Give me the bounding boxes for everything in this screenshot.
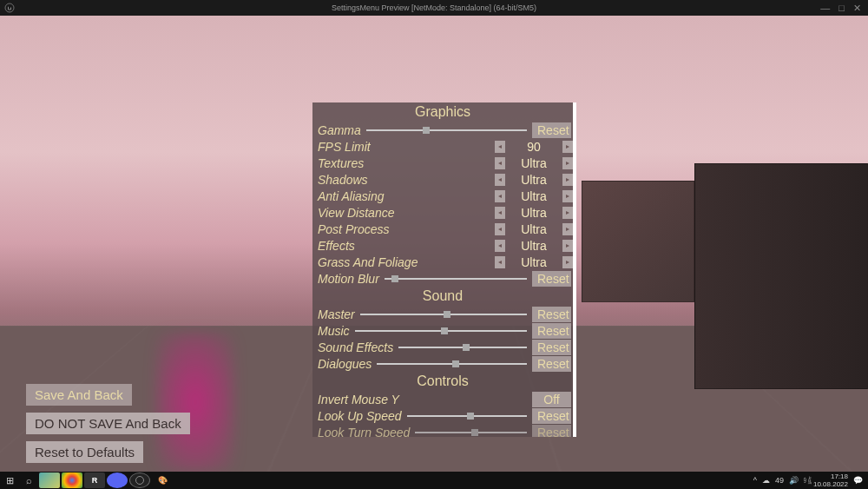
aa-label: Anti Aliasing	[318, 189, 385, 203]
save-and-back-button[interactable]: Save And Back	[26, 384, 132, 406]
foliage-row: Grass And Foliage ◂ Ultra ▸	[312, 254, 573, 270]
tray-volume-icon[interactable]: 🔊	[789, 476, 799, 485]
lookturn-reset-button[interactable]: Reset	[532, 425, 571, 438]
aa-row: Anti Aliasing ◂ Ultra ▸	[312, 188, 573, 204]
dialogues-reset-button[interactable]: Reset	[532, 356, 571, 372]
foliage-value: Ultra	[505, 255, 562, 269]
shadows-row: Shadows ◂ Ultra ▸	[312, 171, 573, 188]
shadows-value: Ultra	[505, 173, 562, 187]
window-title: SettingsMenu Preview [NetMode: Standalon…	[332, 3, 536, 12]
gamma-slider-thumb[interactable]	[423, 127, 430, 134]
sfx-reset-button[interactable]: Reset	[532, 340, 571, 355]
sfx-slider-thumb[interactable]	[463, 344, 470, 351]
effects-next-button[interactable]: ▸	[562, 240, 573, 252]
discord-app-icon[interactable]	[107, 472, 128, 488]
lookturn-label: Look Turn Speed	[318, 426, 410, 438]
dialogues-label: Dialogues	[318, 357, 372, 371]
effects-prev-button[interactable]: ◂	[495, 240, 505, 252]
viewdist-value: Ultra	[505, 206, 562, 220]
gamma-reset-button[interactable]: Reset	[532, 122, 571, 138]
settings-panel: Graphics Gamma Reset FPS Limit ◂ 90 ▸ Te…	[312, 102, 576, 437]
music-label: Music	[318, 324, 350, 338]
svg-point-1	[136, 477, 144, 485]
close-icon[interactable]: ✕	[853, 3, 861, 14]
chrome-app-icon[interactable]	[62, 472, 82, 488]
master-row: Master Reset	[312, 306, 573, 322]
dialogues-row: Dialogues Reset	[312, 355, 573, 372]
postproc-prev-button[interactable]: ◂	[495, 223, 505, 235]
motionblur-row: Motion Blur Reset	[312, 270, 573, 287]
master-slider-thumb[interactable]	[444, 311, 450, 318]
app-icon[interactable]: 🎨	[152, 472, 173, 488]
controls-header: Controls	[312, 372, 573, 391]
tray-date: 10.08.2022	[813, 480, 848, 488]
music-slider[interactable]	[355, 330, 527, 332]
tray-notifications-icon[interactable]: 💬	[853, 476, 863, 485]
gamma-row: Gamma Reset	[312, 122, 573, 138]
dialogues-slider[interactable]	[377, 363, 527, 365]
fps-next-button[interactable]: ▸	[562, 141, 573, 153]
foliage-prev-button[interactable]: ◂	[495, 256, 505, 268]
textures-value: Ultra	[505, 156, 562, 170]
explorer-app-icon[interactable]	[39, 472, 60, 488]
tray-time: 17:18	[813, 472, 848, 480]
invert-toggle-button[interactable]: Off	[532, 392, 571, 407]
postproc-next-button[interactable]: ▸	[562, 223, 573, 235]
sfx-label: Sound Effects	[318, 340, 393, 354]
maximize-icon[interactable]: □	[838, 3, 845, 14]
tray-chevron-icon[interactable]: ^	[753, 476, 757, 485]
start-icon[interactable]: ⊞	[0, 472, 19, 489]
motionblur-slider[interactable]	[385, 278, 527, 280]
unreal-app-icon[interactable]	[129, 472, 150, 488]
do-not-save-and-back-button[interactable]: DO NOT SAVE And Back	[26, 413, 190, 434]
fps-prev-button[interactable]: ◂	[495, 141, 505, 153]
lookup-slider[interactable]	[407, 415, 527, 417]
tray-clock[interactable]: 17:18 10.08.2022	[813, 472, 848, 488]
tray-lang-icon[interactable]: ㍡	[804, 475, 808, 486]
viewdist-next-button[interactable]: ▸	[562, 207, 573, 219]
reset-to-defaults-button[interactable]: Reset to Defaults	[26, 441, 143, 463]
master-slider[interactable]	[360, 314, 527, 315]
master-label: Master	[318, 307, 355, 321]
postproc-value: Ultra	[505, 222, 562, 236]
viewdist-prev-button[interactable]: ◂	[495, 207, 505, 219]
music-reset-button[interactable]: Reset	[532, 323, 571, 339]
gamma-slider[interactable]	[366, 129, 527, 131]
shadows-next-button[interactable]: ▸	[562, 174, 573, 186]
minimize-icon[interactable]: —	[820, 3, 830, 14]
lookup-slider-thumb[interactable]	[467, 413, 474, 420]
tray-temp: 49	[775, 476, 784, 485]
scene-cube	[694, 163, 868, 389]
aa-next-button[interactable]: ▸	[562, 190, 573, 202]
tray-cloud-icon[interactable]: ☁	[762, 476, 770, 485]
sound-header: Sound	[312, 287, 573, 306]
game-viewport: Graphics Gamma Reset FPS Limit ◂ 90 ▸ Te…	[0, 16, 868, 472]
gamma-label: Gamma	[318, 123, 361, 137]
aa-value: Ultra	[505, 189, 562, 203]
graphics-header: Graphics	[312, 102, 573, 122]
lookturn-slider-thumb[interactable]	[471, 429, 478, 436]
fps-value: 90	[505, 140, 562, 154]
lookup-reset-button[interactable]: Reset	[532, 408, 571, 424]
lookturn-row: Look Turn Speed Reset	[312, 424, 573, 437]
textures-label: Textures	[318, 156, 364, 170]
lookup-label: Look Up Speed	[318, 409, 402, 423]
svg-point-0	[5, 3, 14, 12]
sfx-slider[interactable]	[398, 347, 527, 348]
rider-app-icon[interactable]: R	[84, 472, 105, 488]
aa-prev-button[interactable]: ◂	[495, 190, 505, 202]
search-icon[interactable]: ⌕	[19, 472, 38, 489]
dialogues-slider-thumb[interactable]	[452, 360, 459, 367]
motionblur-reset-button[interactable]: Reset	[532, 271, 571, 287]
foliage-label: Grass And Foliage	[318, 255, 418, 269]
textures-row: Textures ◂ Ultra ▸	[312, 155, 573, 171]
motionblur-slider-thumb[interactable]	[391, 275, 398, 282]
master-reset-button[interactable]: Reset	[532, 307, 571, 322]
textures-next-button[interactable]: ▸	[562, 157, 573, 169]
shadows-prev-button[interactable]: ◂	[495, 174, 505, 186]
music-row: Music Reset	[312, 322, 573, 339]
lookturn-slider[interactable]	[415, 432, 527, 433]
textures-prev-button[interactable]: ◂	[495, 157, 505, 169]
music-slider-thumb[interactable]	[441, 327, 448, 334]
foliage-next-button[interactable]: ▸	[562, 256, 573, 268]
